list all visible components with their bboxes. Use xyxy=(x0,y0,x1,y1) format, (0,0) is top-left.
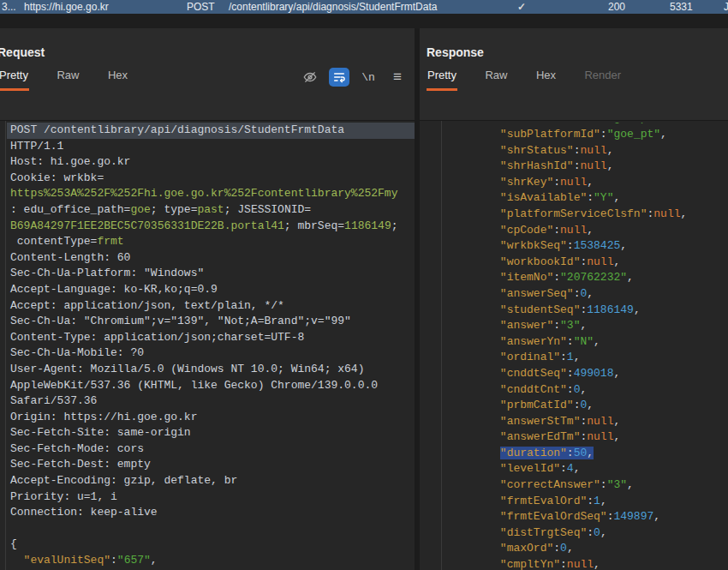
code-line: "platformServiceClsfn":null, xyxy=(420,207,728,223)
eye-off-icon[interactable] xyxy=(300,68,320,87)
code-line: "shrStatus":null, xyxy=(420,143,728,159)
code-line: Accept-Language: ko-KR,ko;q=0.9 xyxy=(0,282,415,298)
code-line: Origin: https://hi.goe.go.kr xyxy=(0,410,415,426)
row-path: /contentlibrary/api/diagnosis/StudentFrm… xyxy=(229,0,437,14)
code-line: AppleWebKit/537.36 (KHTML, like Gecko) C… xyxy=(0,378,415,394)
code-line: Safari/537.36 xyxy=(0,393,415,410)
word-wrap-icon[interactable] xyxy=(329,68,349,87)
row-id: 3... xyxy=(2,0,16,14)
code-line: Sec-Fetch-Dest: empty xyxy=(0,457,415,473)
response-tab-render: Render xyxy=(583,66,622,88)
response-gutter-line xyxy=(441,121,442,570)
code-line: Sec-Fetch-Site: same-origin xyxy=(0,425,415,441)
code-line: "cpCode":null, xyxy=(420,223,728,239)
request-panel: Request Pretty Raw Hex xyxy=(0,28,415,570)
request-code: POST /contentlibrary/api/diagnosis/Stude… xyxy=(0,121,415,570)
request-gutter-line xyxy=(5,121,6,570)
request-editor[interactable]: POST /contentlibrary/api/diagnosis/Stude… xyxy=(0,120,415,570)
code-line: "studentSeq":1186149, xyxy=(420,303,728,319)
code-line: "ordinal":1, xyxy=(420,350,728,366)
code-line: "isAvailable":"Y", xyxy=(420,190,728,207)
request-panel-title: Request xyxy=(0,28,415,66)
code-line: Priority: u=1, i xyxy=(0,489,415,506)
row-length: 5331 xyxy=(670,0,693,14)
row-method: POST xyxy=(187,0,215,14)
response-panel: Response Pretty Raw Hex Render "subPlatf… xyxy=(420,28,728,570)
code-line: Sec-Ch-Ua: "Chromium";v="139", "Not;A=Br… xyxy=(0,314,415,330)
code-line: "answerSeq":0, xyxy=(420,286,728,303)
code-line: Accept-Encoding: gzip, deflate, br xyxy=(0,473,415,489)
code-line: "shrKey":null, xyxy=(420,175,728,191)
code-line: "duration":50, xyxy=(420,446,728,462)
newline-icon[interactable]: \n xyxy=(358,68,379,87)
code-line: https%253A%252F%252Fhi.goe.go.kr%252Fcon… xyxy=(0,186,415,202)
code-line: contentType=frmt xyxy=(0,234,415,250)
code-line: Content-Type: application/json;charset=U… xyxy=(0,330,415,346)
code-line: "shrHashId":null, xyxy=(420,159,728,175)
row-status-code: 200 xyxy=(608,0,625,14)
response-code: "subPlatformId":"goe_pt", "subPlatformId… xyxy=(420,121,728,570)
code-line: "frmtEvalOrdSeq":149897, xyxy=(420,509,728,525)
menu-icon[interactable]: ≡ xyxy=(387,68,408,87)
code-line: Host: hi.goe.go.kr xyxy=(0,154,415,171)
code-line: Cookie: wrkbk= xyxy=(0,171,415,187)
response-tab-pretty[interactable]: Pretty xyxy=(427,66,457,91)
code-line: "frmtEvalOrd":1, xyxy=(420,494,728,510)
response-tab-hex[interactable]: Hex xyxy=(535,66,557,88)
code-line: POST /contentlibrary/api/diagnosis/Stude… xyxy=(7,123,415,139)
code-line xyxy=(0,521,415,537)
code-line: Connection: keep-alive xyxy=(0,505,415,521)
code-line: "cnddtSeq":499018, xyxy=(420,366,728,382)
code-line: "itemNo":"20762232", xyxy=(420,270,728,286)
response-tab-raw[interactable]: Raw xyxy=(484,66,508,88)
request-tab-bar: Pretty Raw Hex xyxy=(0,66,415,93)
code-line: HTTP/1.1 xyxy=(0,139,415,155)
code-line: "answerYn":"N", xyxy=(420,334,728,351)
code-line: Sec-Ch-Ua-Platform: "Windows" xyxy=(0,266,415,282)
code-line: B69A84297F1EE2BEC5C70356331DE22B.portal4… xyxy=(0,219,415,235)
code-line: "levelId":4, xyxy=(420,461,728,477)
code-line: : edu_office_path=goe; type=past; JSESSI… xyxy=(0,202,415,219)
code-line: "answerEdTm":null, xyxy=(420,429,728,446)
code-line: { xyxy=(0,537,415,553)
history-row[interactable]: 3... https://hi.goe.go.kr POST /contentl… xyxy=(0,0,728,14)
code-line: Content-Length: 60 xyxy=(0,250,415,267)
code-line: Sec-Ch-Ua-Mobile: ?0 xyxy=(0,345,415,362)
code-line: "cmpltYn":null, xyxy=(420,557,728,570)
code-line: "cnddtCnt":0, xyxy=(420,382,728,399)
row-mime-type: JS xyxy=(724,0,728,14)
response-panel-title: Response xyxy=(420,28,728,66)
code-line: Sec-Fetch-Mode: cors xyxy=(0,441,415,458)
code-line: "distTrgtSeq":0, xyxy=(420,525,728,542)
row-host-url: https://hi.goe.go.kr xyxy=(24,0,109,14)
code-line: "evalUnitSeq":"657", xyxy=(0,553,415,569)
code-line: User-Agent: Mozilla/5.0 (Windows NT 10.0… xyxy=(0,362,415,378)
code-line: "answer":"3", xyxy=(420,318,728,334)
checkmark-icon: ✓ xyxy=(517,0,526,14)
code-line: "answerStTm":null, xyxy=(420,414,728,430)
code-line: "correctAnswer":"3", xyxy=(420,477,728,494)
code-line: "prbmCatId":0, xyxy=(420,398,728,414)
request-tab-pretty[interactable]: Pretty xyxy=(0,66,29,91)
code-line: "wrkbkSeq":1538425, xyxy=(420,238,728,255)
request-tab-raw[interactable]: Raw xyxy=(56,66,80,88)
response-tab-bar: Pretty Raw Hex Render xyxy=(420,66,728,93)
response-editor[interactable]: "subPlatformId":"goe_pt", "subPlatformId… xyxy=(420,120,728,570)
code-line: "maxOrd":0, xyxy=(420,541,728,557)
code-line: "workbookId":null, xyxy=(420,255,728,271)
code-line: "subPlatformId":"goe_pt", xyxy=(420,127,728,143)
code-line: Accept: application/json, text/plain, */… xyxy=(0,298,415,315)
request-tab-hex[interactable]: Hex xyxy=(107,66,128,88)
table-editor-separator xyxy=(0,14,728,28)
